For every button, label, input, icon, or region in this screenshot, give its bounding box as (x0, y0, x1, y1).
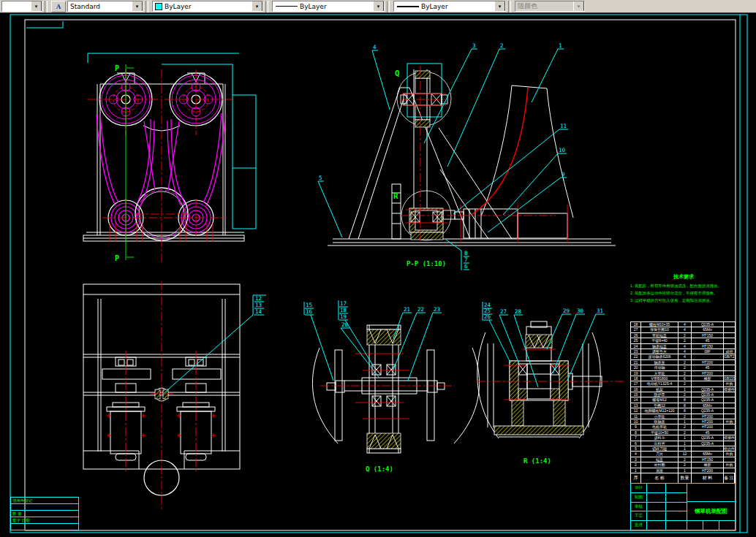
section-pp-view: Q R P-P (1:10) (328, 64, 616, 267)
table-cell (724, 322, 735, 327)
leader-line (372, 50, 390, 110)
table-cell: 8 (678, 403, 692, 408)
lineweight-combo[interactable]: ByLayer ▼ (393, 1, 506, 12)
callout-number: 11 (560, 123, 567, 129)
table-row: 19大带轮2HT200 (631, 371, 735, 376)
chevron-down-icon[interactable]: ▼ (494, 1, 505, 12)
callout-number: 30 (577, 308, 584, 314)
toolbar-separator (145, 1, 148, 12)
table-cell: HT200 (692, 414, 724, 419)
table-cell (724, 408, 735, 413)
table-row: 2密封圈2橡胶外购 (631, 462, 735, 468)
table-cell: 2 (678, 365, 692, 370)
table-cell: Q235-A (692, 322, 724, 327)
callout-number: 12 (255, 295, 262, 302)
table-cell: 18 (631, 376, 641, 381)
table-cell: Q235-A (692, 435, 724, 440)
drawing-canvas[interactable]: P P (0, 13, 756, 537)
table-cell: 65Mn (692, 327, 724, 332)
table-row: 12地脚螺栓M12×1208Q235-A (631, 408, 735, 414)
table-cell: 11 (631, 414, 641, 419)
table-cell: 16 (631, 387, 641, 392)
table-cell: 4 (678, 322, 692, 327)
table-cell: 2 (678, 333, 692, 338)
table-cell: 轴承端盖 (641, 344, 678, 349)
table-cell: 弹簧垫圈10 (641, 327, 678, 332)
mini-table-row (11, 504, 78, 511)
table-cell: HT200 (692, 419, 724, 424)
table-cell: 2 (678, 424, 692, 429)
table-cell: 2 (678, 371, 692, 376)
style-combo-value: Standard (68, 3, 132, 10)
table-cell: 4 (678, 349, 692, 354)
table-cell: 9 (631, 424, 641, 429)
table-cell: 28 (631, 322, 641, 327)
table-cell: 进料斗 (641, 435, 678, 440)
color-combo[interactable]: ByLayer ▼ (152, 1, 263, 12)
table-cell: 1 (678, 387, 692, 392)
table-cell: 切碎刀辊 (641, 446, 678, 451)
table-cell (724, 457, 735, 462)
table-cell: 2 (678, 360, 692, 365)
table-row: 28螺栓M10×354Q235-A (631, 322, 735, 327)
notes-line: 2. 装配后各运动件应转动灵活，不得有卡滞现象。 (630, 289, 737, 297)
table-row: 15防护罩2Q235-A (631, 392, 735, 397)
view-title-r: R (1:4) (523, 457, 551, 465)
callout-number: 29 (563, 308, 570, 314)
table-cell: 1 (678, 441, 692, 446)
chevron-down-icon[interactable]: ▼ (252, 1, 262, 12)
table-cell: 带轮端盖 (641, 333, 678, 338)
table-cell: 4 (678, 327, 692, 332)
table-cell: 成组 (724, 349, 735, 354)
titleblock-label: 工艺 (631, 511, 647, 520)
table-cell: 7 (631, 435, 641, 440)
table-cell: 外购 (724, 452, 735, 456)
notes-title: 技术要求 (630, 273, 737, 281)
layer-combo[interactable]: ▼ (1, 1, 42, 12)
table-cell (724, 414, 735, 419)
mini-table-row: 数 量 (11, 511, 78, 517)
table-cell (724, 333, 735, 338)
table-cell: 14 (631, 397, 641, 402)
table-row: 4刀片1265Mn外购 (631, 452, 735, 457)
table-cell: 65Mn (692, 403, 724, 408)
table-cell (724, 424, 735, 429)
table-cell: 8 (678, 408, 692, 413)
callout-number: 20 (341, 321, 349, 328)
table-cell: 6 (631, 441, 641, 446)
linetype-combo[interactable]: ByLayer ▼ (272, 1, 385, 12)
chevron-down-icon[interactable]: ▼ (132, 1, 143, 12)
table-cell: 大带轮 (641, 371, 678, 376)
chevron-down-icon[interactable]: ▼ (373, 1, 384, 12)
chevron-down-icon[interactable]: ▼ (31, 1, 42, 12)
leader-line (567, 314, 596, 381)
title-block: 设计 制图 审核 工艺 批准 铡草机装配图 (630, 483, 736, 530)
table-cell: 5 (631, 446, 641, 451)
callout-number: 18 (340, 307, 347, 313)
table-cell (724, 360, 735, 365)
notes-line: 3. 运转平稳后方可投入使用，定期加注润滑油。 (630, 297, 737, 304)
table-cell: Q235-A (692, 392, 724, 397)
callout-number: 6 (464, 263, 468, 270)
style-combo[interactable]: Standard ▼ (67, 1, 143, 12)
color-combo-value: ByLayer (162, 3, 252, 10)
mini-table-row (11, 524, 78, 530)
titleblock-label: 审核 (631, 503, 647, 511)
callout-number: 23 (434, 306, 440, 313)
callout-number: 27 (500, 308, 507, 315)
table-row: 18V带B18006橡胶GB11544 (631, 376, 735, 381)
table-row: 6出料管1Q235-A (631, 441, 735, 446)
table-cell: HT150 (692, 457, 724, 462)
top-view (83, 281, 240, 511)
callout-number: 31 (597, 308, 603, 314)
text-style-icon[interactable]: A (51, 1, 66, 12)
table-cell: 底座 (641, 468, 678, 473)
table-cell: 21 (631, 360, 641, 365)
leader-line (488, 178, 561, 232)
front-view: P P (83, 53, 256, 264)
table-cell: 外购 (724, 419, 735, 424)
color-swatch (155, 3, 162, 10)
bom-rows: 28螺栓M10×354Q235-A27弹簧垫圈10465Mn26带轮端盖2HT1… (631, 322, 735, 473)
table-cell: 45 (692, 365, 724, 370)
section-label-p-bottom: P (115, 254, 119, 262)
